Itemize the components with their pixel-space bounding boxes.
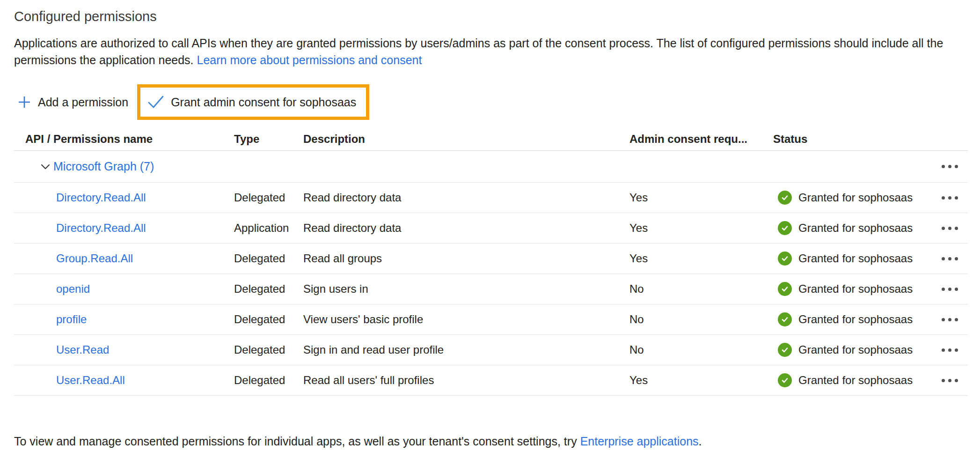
- granted-check-icon: [778, 343, 792, 357]
- permission-description: Read directory data: [303, 191, 629, 204]
- more-options-icon: [942, 379, 958, 382]
- granted-check-icon: [778, 373, 792, 387]
- status-text: Granted for sophosaas: [798, 252, 913, 265]
- more-options-icon: [942, 318, 958, 321]
- grant-admin-consent-button[interactable]: Grant admin consent for sophosaas: [140, 88, 366, 117]
- table-row: Directory.Read.All Delegated Read direct…: [14, 183, 968, 213]
- api-group-row: Microsoft Graph (7): [14, 151, 968, 183]
- check-icon: [147, 95, 165, 109]
- status-text: Granted for sophosaas: [798, 374, 913, 387]
- status-text: Granted for sophosaas: [798, 222, 913, 235]
- api-group-link[interactable]: Microsoft Graph (7): [53, 160, 154, 173]
- status-cell: Granted for sophosaas: [773, 373, 931, 387]
- permission-type: Delegated: [234, 343, 303, 356]
- permission-link[interactable]: User.Read.All: [14, 374, 125, 387]
- permission-type: Application: [234, 222, 303, 235]
- permission-type: Delegated: [234, 252, 303, 265]
- permission-name-cell: Group.Read.All: [14, 252, 234, 265]
- admin-consent-required-value: Yes: [629, 191, 773, 204]
- grant-consent-highlight-box: Grant admin consent for sophosaas: [137, 84, 369, 120]
- more-options-icon: [942, 288, 958, 291]
- permission-link[interactable]: Directory.Read.All: [14, 222, 146, 235]
- permission-link[interactable]: Group.Read.All: [14, 252, 133, 265]
- permission-link[interactable]: profile: [14, 313, 87, 326]
- header-status: Status: [773, 133, 931, 146]
- grant-admin-consent-label: Grant admin consent for sophosaas: [171, 96, 356, 109]
- permission-name-cell: User.Read: [14, 343, 234, 356]
- admin-consent-required-value: Yes: [629, 252, 773, 265]
- footer-text: To view and manage consented permissions…: [14, 435, 577, 448]
- row-more-options-button[interactable]: [939, 223, 961, 234]
- learn-more-link[interactable]: Learn more about permissions and consent: [197, 53, 422, 67]
- row-more-options-button[interactable]: [939, 345, 961, 355]
- permissions-table: API / Permissions name Type Description …: [14, 128, 968, 396]
- permissions-toolbar: Add a permission Grant admin consent for…: [14, 84, 968, 120]
- api-group-name-cell: Microsoft Graph (7): [14, 160, 234, 174]
- permission-link[interactable]: Directory.Read.All: [14, 191, 146, 204]
- enterprise-applications-link[interactable]: Enterprise applications: [580, 435, 699, 448]
- status-text: Granted for sophosaas: [798, 343, 913, 356]
- granted-check-icon: [778, 191, 792, 205]
- description-body: Applications are authorized to call APIs…: [14, 37, 943, 67]
- permission-name-cell: Directory.Read.All: [14, 191, 234, 204]
- header-admin-consent-required: Admin consent requ...: [629, 133, 773, 146]
- table-header-row: API / Permissions name Type Description …: [14, 128, 968, 151]
- row-more-options-button[interactable]: [939, 284, 961, 295]
- status-cell: Granted for sophosaas: [773, 252, 931, 266]
- admin-consent-required-value: Yes: [629, 222, 773, 235]
- permission-type: Delegated: [234, 313, 303, 326]
- add-permission-label: Add a permission: [38, 96, 128, 109]
- status-cell: Granted for sophosaas: [773, 343, 931, 357]
- more-options-icon: [942, 257, 958, 260]
- status-cell: Granted for sophosaas: [773, 312, 931, 326]
- permission-link[interactable]: User.Read: [14, 343, 109, 356]
- more-options-icon: [942, 348, 958, 352]
- status-text: Granted for sophosaas: [798, 191, 913, 204]
- group-more-options-button[interactable]: [939, 161, 961, 172]
- status-cell: Granted for sophosaas: [773, 191, 931, 205]
- table-row: Directory.Read.All Application Read dire…: [14, 213, 968, 244]
- permission-description: Sign in and read user profile: [303, 343, 629, 356]
- row-more-options-button[interactable]: [939, 375, 961, 386]
- table-row: User.Read Delegated Sign in and read use…: [14, 335, 968, 365]
- status-text: Granted for sophosaas: [798, 313, 913, 326]
- description-text: Applications are authorized to call APIs…: [14, 35, 968, 68]
- permission-type: Delegated: [234, 282, 303, 296]
- permission-description: Read directory data: [303, 222, 629, 235]
- status-text: Granted for sophosaas: [798, 282, 913, 296]
- status-cell: Granted for sophosaas: [773, 282, 931, 296]
- permission-description: View users' basic profile: [303, 313, 629, 326]
- row-more-options-button[interactable]: [939, 253, 961, 264]
- permission-name-cell: openid: [14, 282, 234, 296]
- collapse-group-button[interactable]: [38, 160, 52, 174]
- more-options-icon: [942, 227, 958, 230]
- chevron-down-icon: [39, 161, 51, 173]
- permission-type: Delegated: [234, 191, 303, 204]
- plus-icon: [18, 96, 31, 109]
- status-cell: Granted for sophosaas: [773, 221, 931, 235]
- configured-permissions-section: Configured permissions Applications are …: [0, 0, 980, 450]
- granted-check-icon: [778, 312, 792, 326]
- footer-suffix: .: [699, 435, 702, 448]
- permission-name-cell: Directory.Read.All: [14, 222, 234, 235]
- header-api-permissions-name: API / Permissions name: [14, 133, 234, 146]
- header-type: Type: [234, 133, 303, 146]
- admin-consent-required-value: Yes: [629, 374, 773, 387]
- permission-description: Read all groups: [303, 252, 629, 265]
- permission-type: Delegated: [234, 374, 303, 387]
- more-options-icon: [942, 196, 958, 200]
- table-body: Directory.Read.All Delegated Read direct…: [14, 183, 968, 396]
- admin-consent-required-value: No: [629, 313, 773, 326]
- granted-check-icon: [778, 221, 792, 235]
- row-more-options-button[interactable]: [939, 314, 961, 325]
- table-row: Group.Read.All Delegated Read all groups…: [14, 244, 968, 274]
- more-options-icon: [942, 165, 958, 168]
- row-more-options-button[interactable]: [939, 192, 961, 203]
- table-row: profile Delegated View users' basic prof…: [14, 304, 968, 335]
- permission-description: Read all users' full profiles: [303, 374, 629, 387]
- add-permission-button[interactable]: Add a permission: [14, 84, 128, 120]
- permission-link[interactable]: openid: [14, 282, 90, 296]
- admin-consent-required-value: No: [629, 282, 773, 296]
- table-row: openid Delegated Sign users in No Grante…: [14, 274, 968, 304]
- page-title: Configured permissions: [14, 7, 968, 25]
